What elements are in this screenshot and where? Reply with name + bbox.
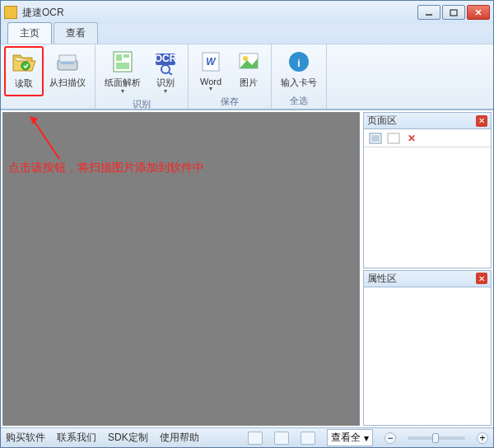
main-canvas: 点击该按钮，将扫描图片添加到软件中 [2, 112, 360, 426]
scanner-icon [54, 49, 81, 75]
svg-line-15 [169, 72, 172, 75]
annotation-arrow [30, 116, 63, 166]
svg-text:OCR: OCR [155, 53, 177, 64]
svg-rect-11 [116, 63, 129, 69]
close-button[interactable] [467, 5, 490, 20]
page-panel-close[interactable]: ✕ [476, 115, 487, 127]
page-panel: 页面区 ✕ ✕ [363, 112, 492, 268]
folder-open-icon [11, 49, 37, 76]
page-panel-body [364, 147, 491, 268]
ocr-button[interactable]: OCR 识别 ▾ [147, 46, 184, 97]
thumbnail-icon[interactable] [369, 133, 382, 144]
svg-rect-6 [59, 55, 76, 62]
tab-home[interactable]: 主页 [7, 22, 52, 44]
svg-line-22 [33, 119, 59, 159]
read-button[interactable]: 读取 [4, 46, 44, 96]
ribbon-tabs: 主页 查看 [1, 24, 493, 44]
word-button[interactable]: W Word ▾ [192, 46, 230, 95]
status-view1-icon[interactable] [248, 432, 263, 445]
zoom-thumb[interactable] [432, 433, 439, 443]
page-panel-title: 页面区 [367, 114, 476, 128]
svg-text:W: W [206, 56, 217, 68]
chevron-down-icon: ▾ [364, 432, 369, 444]
contact-link[interactable]: 联系我们 [57, 431, 96, 445]
svg-text:i: i [297, 58, 300, 69]
chevron-down-icon: ▾ [164, 87, 167, 95]
property-panel-title: 属性区 [367, 272, 476, 286]
chevron-down-icon: ▾ [121, 87, 124, 95]
sdk-link[interactable]: SDK定制 [108, 431, 148, 445]
titlebar: 捷速OCR [1, 1, 493, 24]
svg-point-14 [161, 65, 170, 73]
svg-rect-25 [371, 135, 380, 142]
ocr-icon: OCR [152, 49, 179, 75]
picture-icon [235, 49, 262, 75]
list-icon[interactable] [387, 133, 400, 144]
statusbar: 购买软件 联系我们 SDK定制 使用帮助 查看全▾ − + [1, 427, 493, 447]
license-button[interactable]: i 输入卡号 [275, 46, 323, 94]
parse-button[interactable]: 纸面解析 ▾ [99, 46, 147, 97]
svg-rect-26 [388, 133, 399, 143]
svg-rect-1 [450, 10, 457, 16]
svg-point-4 [21, 62, 30, 70]
annotation-text: 点击该按钮，将扫描图片添加到软件中 [8, 161, 204, 175]
info-icon: i [286, 49, 312, 75]
scanner-button[interactable]: 从扫描仪 [44, 46, 91, 96]
zoom-out-button[interactable]: − [384, 432, 396, 444]
chevron-down-icon: ▾ [209, 85, 212, 92]
maximize-button[interactable] [442, 5, 465, 20]
app-icon [4, 6, 17, 19]
zoom-in-button[interactable]: + [477, 432, 488, 444]
zoom-slider[interactable] [408, 436, 465, 440]
window-title: 捷速OCR [22, 6, 417, 20]
svg-rect-10 [124, 54, 129, 58]
help-link[interactable]: 使用帮助 [160, 431, 199, 445]
property-panel-close[interactable]: ✕ [476, 273, 487, 284]
svg-rect-9 [116, 54, 122, 61]
tab-view[interactable]: 查看 [54, 22, 98, 44]
svg-rect-7 [61, 62, 74, 64]
svg-point-19 [243, 56, 248, 61]
property-panel-body [364, 287, 491, 426]
zoom-select[interactable]: 查看全▾ [327, 429, 373, 446]
property-panel: 属性区 ✕ [363, 270, 492, 427]
group-save-label: 保存 [192, 95, 268, 110]
buy-link[interactable]: 购买软件 [6, 431, 45, 445]
image-button[interactable]: 图片 [230, 46, 268, 95]
delete-icon[interactable]: ✕ [405, 133, 418, 144]
svg-marker-23 [30, 116, 38, 124]
word-icon: W [198, 49, 224, 75]
layout-icon [110, 49, 136, 75]
status-view2-icon[interactable] [274, 432, 289, 445]
status-view3-icon[interactable] [301, 432, 315, 445]
minimize-button[interactable] [417, 5, 440, 20]
ribbon: 读取 从扫描仪 纸面解析 ▾ OCR 识别 ▾ [1, 44, 493, 110]
group-selectall-label: 全选 [275, 94, 323, 109]
